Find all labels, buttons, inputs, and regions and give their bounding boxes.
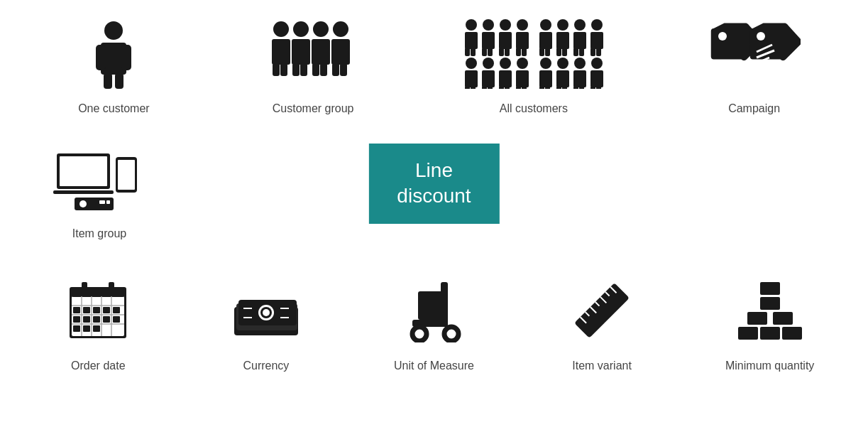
svg-rect-53 [596, 48, 601, 56]
svg-rect-125 [103, 316, 110, 323]
svg-rect-155 [738, 327, 758, 340]
svg-rect-117 [73, 307, 80, 313]
row1: One customer [14, 7, 854, 122]
customer-group-label: Customer group [273, 102, 354, 115]
svg-rect-45 [562, 48, 567, 56]
svg-point-66 [517, 58, 528, 69]
svg-rect-131 [109, 282, 114, 291]
svg-rect-100 [78, 210, 82, 210]
svg-point-114 [94, 299, 99, 303]
svg-rect-64 [499, 86, 504, 89]
svg-rect-123 [83, 316, 90, 323]
svg-rect-43 [556, 32, 569, 49]
svg-rect-21 [332, 63, 339, 76]
svg-rect-127 [73, 325, 80, 332]
svg-point-14 [313, 21, 329, 37]
svg-rect-59 [482, 70, 495, 87]
svg-rect-79 [573, 70, 586, 87]
svg-point-82 [591, 58, 603, 69]
svg-rect-83 [590, 70, 603, 87]
svg-point-10 [293, 21, 309, 37]
item-order-date[interactable]: Order date [20, 264, 176, 379]
svg-rect-8 [280, 63, 287, 76]
item-campaign[interactable]: Campaign [676, 7, 833, 122]
svg-rect-156 [760, 327, 780, 340]
svg-rect-56 [465, 86, 470, 89]
item-group-label: Item group [72, 227, 126, 240]
svg-rect-69 [522, 86, 527, 89]
svg-rect-41 [545, 48, 550, 56]
item-minimum-quantity[interactable]: Minimum quantity [692, 264, 848, 379]
unit-of-measure-label: Unit of Measure [394, 360, 474, 372]
svg-point-38 [540, 19, 551, 31]
svg-rect-72 [539, 86, 544, 89]
svg-rect-19 [331, 39, 350, 65]
svg-point-54 [466, 58, 477, 69]
item-customer-group[interactable]: Customer group [235, 7, 391, 122]
svg-point-86 [718, 32, 727, 40]
item-item-variant[interactable]: Item variant [524, 264, 680, 379]
svg-point-62 [500, 58, 511, 69]
line-discount-box[interactable]: Line discount [368, 144, 499, 224]
unit-of-measure-icon [398, 271, 469, 350]
svg-rect-73 [545, 86, 550, 89]
item-one-customer[interactable]: One customer [35, 7, 192, 122]
svg-rect-144 [418, 291, 445, 320]
svg-rect-13 [292, 63, 300, 76]
item-item-group[interactable]: Item group [21, 132, 177, 247]
svg-rect-28 [482, 48, 487, 56]
svg-rect-25 [471, 48, 476, 56]
one-customer-icon [92, 14, 135, 92]
svg-point-146 [444, 327, 458, 341]
currency-icon [231, 271, 302, 350]
line-discount-line2: discount [397, 185, 471, 207]
svg-rect-120 [103, 307, 110, 313]
svg-rect-95 [118, 160, 135, 190]
svg-rect-130 [82, 282, 87, 291]
svg-rect-68 [516, 86, 521, 89]
svg-rect-119 [93, 307, 100, 313]
svg-rect-16 [320, 63, 327, 76]
svg-rect-159 [773, 312, 793, 325]
svg-rect-36 [516, 48, 521, 56]
svg-rect-122 [73, 316, 80, 323]
all-customers-label: All customers [500, 102, 568, 115]
item-variant-label: Item variant [572, 360, 632, 372]
svg-point-18 [333, 21, 348, 37]
svg-rect-32 [499, 48, 504, 56]
svg-rect-2 [96, 45, 106, 70]
svg-rect-128 [83, 325, 90, 332]
item-all-customers[interactable]: All customers [434, 7, 633, 122]
line-discount-wrapper[interactable]: Line discount [368, 144, 499, 224]
svg-rect-101 [106, 210, 111, 210]
svg-point-97 [79, 200, 87, 207]
order-date-icon [66, 271, 130, 350]
campaign-label: Campaign [728, 102, 780, 115]
line-discount-line1: Line [415, 159, 453, 181]
svg-rect-47 [573, 32, 586, 49]
svg-rect-39 [539, 32, 552, 49]
svg-rect-158 [747, 312, 767, 325]
item-currency[interactable]: Currency [188, 264, 344, 379]
svg-rect-93 [53, 190, 114, 194]
svg-rect-27 [482, 32, 495, 49]
item-unit-of-measure[interactable]: Unit of Measure [356, 264, 512, 379]
svg-rect-85 [596, 86, 601, 89]
svg-rect-77 [562, 86, 567, 89]
svg-rect-60 [482, 86, 487, 89]
svg-point-74 [557, 58, 568, 69]
svg-rect-84 [590, 86, 595, 89]
svg-rect-29 [488, 48, 493, 56]
svg-rect-67 [516, 70, 529, 87]
currency-label: Currency [243, 360, 289, 372]
customer-group-icon [270, 14, 356, 92]
svg-rect-99 [106, 200, 110, 204]
svg-rect-15 [312, 39, 330, 65]
svg-point-6 [273, 21, 289, 37]
svg-rect-11 [292, 39, 310, 65]
svg-point-70 [540, 58, 551, 69]
svg-point-22 [466, 19, 477, 31]
svg-rect-92 [60, 156, 107, 186]
svg-rect-12 [300, 63, 307, 76]
svg-point-0 [104, 21, 123, 40]
